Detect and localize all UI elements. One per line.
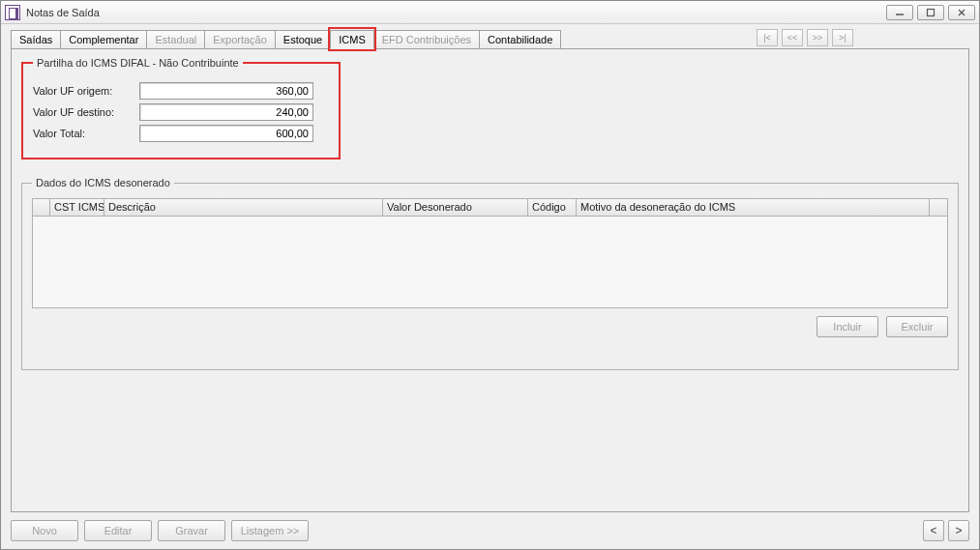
label-uf-origem: Valor UF origem: (33, 85, 139, 97)
maximize-button[interactable] (917, 5, 944, 20)
grid-desonerado[interactable]: CST ICMS Descrição Valor Desonerado Códi… (32, 198, 948, 308)
col-trailing (930, 199, 947, 216)
editar-button[interactable]: Editar (84, 520, 152, 541)
label-uf-destino: Valor UF destino: (33, 106, 139, 118)
svg-rect-1 (928, 9, 935, 15)
footer-right: < > (923, 520, 969, 541)
tab-estoque[interactable]: Estoque (275, 30, 331, 48)
col-descricao[interactable]: Descrição (104, 199, 383, 216)
gravar-button[interactable]: Gravar (158, 520, 225, 541)
excluir-button[interactable]: Excluir (886, 316, 948, 337)
window-frame: Notas de Saída SaídasComplementarEstadua… (0, 0, 980, 550)
titlebar: Notas de Saída (1, 1, 979, 24)
record-nav: |< << >> >| (757, 29, 853, 46)
field-uf-origem[interactable] (139, 82, 313, 100)
tab-efd-contribuic-o-es: EFD Contribuições (373, 30, 480, 48)
app-icon (5, 5, 20, 20)
group-partilha-legend: Partilha do ICMS DIFAL - Não Contribuint… (33, 57, 243, 69)
row-uf-origem: Valor UF origem: (33, 82, 329, 100)
field-uf-destino[interactable] (139, 103, 313, 121)
nav-next-button[interactable]: >> (807, 29, 828, 46)
novo-button[interactable]: Novo (11, 520, 78, 541)
tab-estadual: Estadual (146, 30, 205, 48)
tab-sai-das[interactable]: Saídas (11, 30, 61, 48)
group-desonerado-legend: Dados do ICMS desonerado (32, 177, 174, 188)
col-codigo[interactable]: Código (528, 199, 577, 216)
col-motivo[interactable]: Motivo da desoneração do ICMS (577, 199, 930, 216)
footer-bar: Novo Editar Gravar Listagem >> < > (11, 512, 969, 541)
row-uf-destino: Valor UF destino: (33, 103, 329, 121)
minimize-button[interactable] (886, 5, 913, 20)
tab-page-icms: Partilha do ICMS DIFAL - Não Contribuint… (11, 49, 969, 512)
col-cst-icms[interactable]: CST ICMS (50, 199, 104, 216)
window-title: Notas de Saída (26, 7, 886, 18)
label-valor-total: Valor Total: (33, 128, 139, 139)
nav-last-button[interactable]: >| (832, 29, 853, 46)
window-controls (886, 5, 975, 20)
close-button[interactable] (948, 5, 975, 20)
nav-first-button[interactable]: |< (757, 29, 778, 46)
field-valor-total[interactable] (139, 125, 313, 142)
listagem-button[interactable]: Listagem >> (231, 520, 309, 541)
col-valor-desonerado[interactable]: Valor Desonerado (383, 199, 528, 216)
footer-prev-button[interactable]: < (923, 520, 944, 541)
tab-contabilidade[interactable]: Contabilidade (479, 30, 561, 48)
client-area: SaídasComplementarEstadualExportaçãoEsto… (1, 24, 979, 549)
tab-exportac-a-o: Exportação (204, 30, 276, 48)
footer-left: Novo Editar Gravar Listagem >> (11, 520, 309, 541)
desonerado-actions: Incluir Excluir (32, 316, 948, 337)
tab-icms[interactable]: ICMS (330, 30, 374, 49)
nav-prev-button[interactable]: << (782, 29, 803, 46)
col-row-selector (33, 199, 50, 216)
group-icms-desonerado: Dados do ICMS desonerado CST ICMS Descri… (21, 177, 959, 370)
footer-next-button[interactable]: > (948, 520, 969, 541)
group-partilha-difal: Partilha do ICMS DIFAL - Não Contribuint… (21, 57, 341, 159)
incluir-button[interactable]: Incluir (817, 316, 878, 337)
tab-row: SaídasComplementarEstadualExportaçãoEsto… (11, 30, 969, 49)
tab-complementar[interactable]: Complementar (60, 30, 147, 48)
grid-header: CST ICMS Descrição Valor Desonerado Códi… (33, 199, 947, 217)
row-valor-total: Valor Total: (33, 125, 329, 142)
